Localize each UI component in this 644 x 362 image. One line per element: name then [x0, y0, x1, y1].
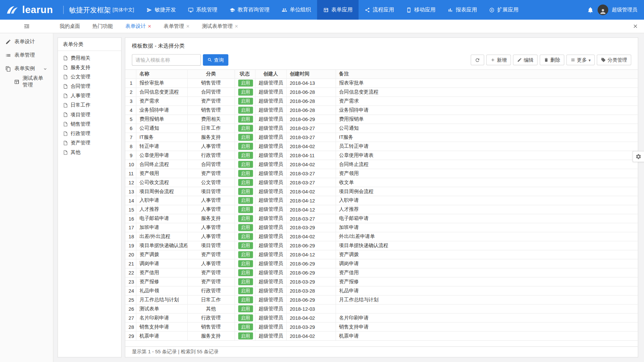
nav-item-extensions[interactable]: 扩展应用: [483, 0, 525, 20]
table-row[interactable]: 24 礼品申领 行政管理 启用 超级管理员 2018-03-28 礼品申请: [125, 286, 638, 295]
brand[interactable]: learun: [0, 4, 58, 15]
cell-name: 资产需求: [136, 97, 187, 106]
table-row[interactable]: 27 名片印刷申请 行政管理 启用 超级管理员 2018-04-02 名片印刷申…: [125, 313, 638, 322]
user-name[interactable]: 超级管理员: [612, 6, 638, 13]
tab[interactable]: 测试表单管理 ×: [196, 20, 244, 33]
category-item[interactable]: 其他: [58, 148, 121, 157]
cell-remark: 月工作总结与计划: [335, 295, 638, 304]
table-row[interactable]: 15 人才推荐 人事管理 启用 超级管理员 2018-04-12 人才推荐: [125, 205, 638, 214]
cell-creator: 超级管理员: [255, 97, 286, 106]
cell-remark: 名片印刷申请: [335, 313, 638, 322]
delete-button[interactable]: 删除: [540, 55, 564, 65]
table-row[interactable]: 28 销售支持申请 销售管理 启用 超级管理员 2018-03-29 销售支持申…: [125, 322, 638, 331]
table-row[interactable]: 11 资产领用 资产管理 启用 超级管理员 2018-03-27 资产领用: [125, 169, 638, 178]
category-item[interactable]: 项目管理: [58, 110, 121, 119]
nav-item-system[interactable]: 系统管理: [182, 0, 224, 20]
sidebar-item-form-design[interactable]: 表单设计: [0, 35, 53, 48]
column-status[interactable]: 状态: [234, 70, 255, 79]
tab[interactable]: 热门功能: [86, 20, 119, 33]
table-row[interactable]: 21 调岗申请 人事管理 启用 超级管理员 2018-06-29 调岗申请: [125, 259, 638, 268]
nav-item-education[interactable]: 教育咨询管理: [224, 0, 276, 20]
category-item[interactable]: 日常工作: [58, 101, 121, 110]
nav-item-organization[interactable]: 单位组织: [276, 0, 317, 20]
category-manage-button[interactable]: 分类管理: [597, 55, 631, 65]
close-all-tabs-icon[interactable]: [627, 20, 644, 33]
tab-close-icon[interactable]: ×: [148, 23, 151, 29]
category-item[interactable]: 合同管理: [58, 82, 121, 91]
collapse-sidebar-button[interactable]: [0, 20, 53, 33]
sidebar-item-test-form-manage[interactable]: 测试表单管理: [0, 75, 53, 88]
table-row[interactable]: 29 机票申请 服务支持 启用 超级管理员 2018-04-02 机票申请: [125, 331, 638, 341]
column-category[interactable]: 分类: [187, 70, 234, 79]
cell-remark: 报表审批单: [335, 78, 638, 87]
cell-name: 项目单据快递确认流程: [136, 241, 187, 250]
table-row[interactable]: 5 费用报销单 费用相关 启用 超级管理员 2018-06-29 费用报销单: [125, 115, 638, 124]
table-row[interactable]: 10 合同终止流程 合同管理 启用 超级管理员 2018-04-02 合同终止流…: [125, 160, 638, 169]
table-row[interactable]: 3 资产需求 资产管理 启用 超级管理员 2018-06-28 资产需求: [125, 97, 638, 106]
column-name[interactable]: 名称: [136, 70, 187, 79]
category-item[interactable]: 公文管理: [58, 72, 121, 82]
bar-chart-icon: [448, 7, 453, 12]
tab[interactable]: 我的桌面: [53, 20, 86, 33]
table-row[interactable]: 18 出差/外出流程 人事管理 启用 超级管理员 2018-04-02 外出/出…: [125, 232, 638, 241]
table-row[interactable]: 25 月工作总结与计划 日常工作 启用 超级管理员 2018-06-29 月工作…: [125, 295, 638, 304]
category-item[interactable]: 人事管理: [58, 91, 121, 101]
cell-index: 18: [125, 232, 136, 241]
table-row[interactable]: 7 IT服务 服务支持 启用 超级管理员 2018-03-27 IT服务: [125, 133, 638, 142]
nav-item-workflow[interactable]: 流程应用: [359, 0, 400, 20]
tab-close-icon[interactable]: ×: [186, 23, 190, 29]
nav-item-mobile[interactable]: 移动应用: [400, 0, 442, 20]
document-icon: [63, 93, 68, 99]
cell-category: 资产管理: [187, 268, 234, 277]
sidebar-item-form-manage[interactable]: 表单管理: [0, 48, 53, 62]
nav-item-forms[interactable]: 表单应用: [317, 0, 359, 20]
table-row[interactable]: 4 业务招待申请 销售管理 启用 超级管理员 2018-06-28 业务招待申请: [125, 106, 638, 115]
refresh-button[interactable]: [471, 55, 484, 65]
category-item[interactable]: 资产管理: [58, 138, 121, 148]
cell-creator: 超级管理员: [255, 214, 286, 223]
table-row[interactable]: 6 公司通知 日常工作 启用 超级管理员 2018-03-27 公司通知: [125, 124, 638, 133]
settings-fab[interactable]: [633, 151, 644, 162]
chevron-down-icon: [43, 66, 48, 71]
table-row[interactable]: 12 公司收文流程 公文管理 启用 超级管理员 2018-03-27 收文单: [125, 178, 638, 187]
category-item[interactable]: 销售管理: [58, 119, 121, 129]
status-badge: 启用: [238, 206, 253, 213]
topbar-right: 超级管理员: [587, 4, 644, 15]
table-row[interactable]: 20 资产调拨 资产管理 启用 超级管理员 2018-04-12 资产调拨: [125, 250, 638, 259]
table-row[interactable]: 1 报价审批单 销售管理 启用 超级管理员 2018-04-13 报表审批单: [125, 78, 638, 87]
status-badge: 启用: [238, 161, 253, 168]
column-remark[interactable]: 备注: [335, 70, 638, 79]
form-grid-icon: [323, 7, 329, 12]
table-row[interactable]: 9 公章使用申请 行政管理 启用 超级管理员 2018-04-11 公章使用申请…: [125, 151, 638, 160]
table-row[interactable]: 2 合同信息变更流程 合同管理 启用 超级管理员 2018-06-28 合同信息…: [125, 87, 638, 97]
table-row[interactable]: 26 测试表单 其他 启用 超级管理员 2018-12-03: [125, 304, 638, 313]
sidebar-item-form-instance[interactable]: 表单实例: [0, 62, 53, 75]
nav-item-agile-dev[interactable]: 敏捷开发: [141, 0, 182, 20]
edit-button[interactable]: 编辑: [513, 55, 537, 65]
tab-close-icon[interactable]: ×: [235, 23, 238, 29]
column-created[interactable]: 创建时间: [286, 70, 335, 79]
status-badge: 启用: [238, 80, 253, 87]
tab[interactable]: 表单设计 ×: [119, 20, 157, 33]
search-button[interactable]: 查询: [203, 54, 228, 66]
add-button[interactable]: 新增: [486, 55, 511, 65]
bell-icon[interactable]: [587, 6, 594, 13]
table-row[interactable]: 23 资产报修 资产管理 启用 超级管理员 2018-03-29 资产报修: [125, 277, 638, 286]
tab[interactable]: 表单管理 ×: [157, 20, 196, 33]
table-row[interactable]: 22 资产借用 资产管理 启用 超级管理员 2018-06-29 资产借用: [125, 268, 638, 277]
category-item[interactable]: 行政管理: [58, 129, 121, 138]
nav-item-reports[interactable]: 报表应用: [442, 0, 483, 20]
table-row[interactable]: 16 电子邮箱申请 服务支持 启用 超级管理员 2018-03-27 电子邮箱申…: [125, 214, 638, 223]
category-item[interactable]: 费用相关: [58, 53, 121, 63]
table-row[interactable]: 19 项目单据快递确认流程 项目管理 启用 超级管理员 2018-06-29 项…: [125, 241, 638, 250]
table-row[interactable]: 13 项目周例会流程 项目管理 启用 超级管理员 2018-04-02 项目周例…: [125, 187, 638, 196]
cell-remark: 员工转正申请: [335, 142, 638, 151]
column-creator[interactable]: 创建人: [255, 70, 286, 79]
table-row[interactable]: 14 入职申请 人事管理 启用 超级管理员 2018-04-12 入职申请: [125, 196, 638, 205]
table-row[interactable]: 8 转正申请 人事管理 启用 超级管理员 2018-04-02 员工转正申请: [125, 142, 638, 151]
category-item[interactable]: 服务支持: [58, 63, 121, 72]
avatar[interactable]: [597, 4, 608, 15]
search-input[interactable]: [132, 54, 201, 66]
table-row[interactable]: 17 加班申请 人事管理 启用 超级管理员 2018-03-29 加班申请: [125, 223, 638, 232]
more-button[interactable]: 更多 ▾: [567, 55, 595, 65]
